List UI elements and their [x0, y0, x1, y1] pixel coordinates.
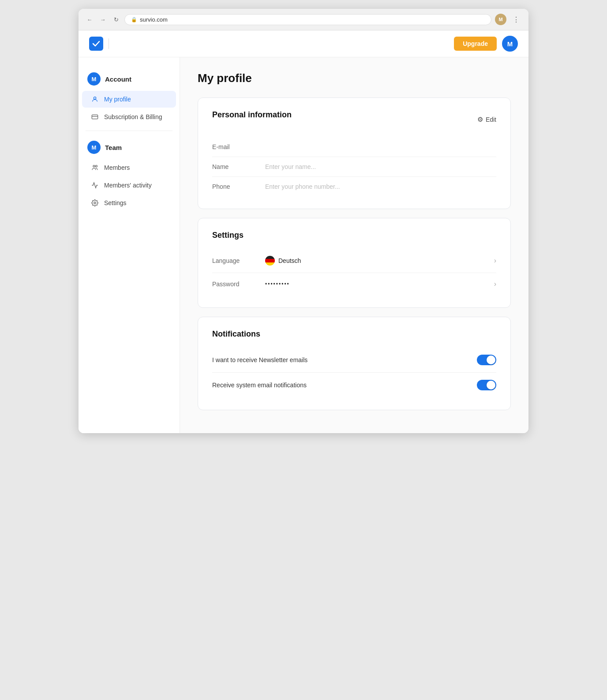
- browser-controls: ← → ↻ 🔒 survio.com M ⋮: [85, 13, 522, 26]
- svg-point-3: [93, 165, 95, 167]
- sidebar-item-settings[interactable]: Settings: [82, 195, 176, 211]
- back-button[interactable]: ←: [85, 15, 94, 24]
- svg-rect-1: [92, 115, 97, 119]
- phone-value: Enter your phone number...: [265, 183, 496, 190]
- lock-icon: 🔒: [131, 17, 137, 22]
- german-flag-icon: [265, 256, 275, 266]
- header-right: Upgrade M: [454, 36, 518, 52]
- reload-button[interactable]: ↻: [111, 15, 121, 24]
- newsletter-toggle[interactable]: [477, 355, 496, 365]
- personal-info-header: Personal information ⚙ Edit: [212, 110, 496, 128]
- browser-chrome: ← → ↻ 🔒 survio.com M ⋮: [79, 9, 528, 30]
- notifications-title: Notifications: [212, 329, 496, 339]
- members-activity-label: Members' activity: [104, 182, 152, 189]
- sidebar-account-header: M Account: [79, 68, 180, 90]
- settings-label: Settings: [104, 199, 127, 206]
- address-bar[interactable]: 🔒 survio.com: [124, 14, 491, 25]
- edit-label: Edit: [486, 116, 496, 123]
- password-label: Password: [212, 281, 265, 288]
- phone-row: Phone Enter your phone number...: [212, 177, 496, 196]
- system-notifications-row: Receive system email notifications: [212, 373, 496, 397]
- members-label: Members: [104, 164, 130, 171]
- system-notifications-label: Receive system email notifications: [212, 382, 307, 389]
- language-chevron-icon: ›: [494, 257, 496, 265]
- my-profile-label: My profile: [104, 96, 131, 103]
- app-body: M Account My profile: [79, 57, 528, 433]
- name-row: Name Enter your name...: [212, 157, 496, 177]
- system-notifications-toggle[interactable]: [477, 380, 496, 390]
- sidebar-item-subscription[interactable]: Subscription & Billing: [82, 109, 176, 125]
- system-toggle-knob: [487, 381, 495, 389]
- password-value: •••••••••: [265, 281, 494, 287]
- person-icon: [91, 95, 99, 103]
- billing-icon: [91, 113, 99, 121]
- password-dots: •••••••••: [265, 281, 290, 287]
- svg-point-4: [95, 165, 97, 167]
- personal-info-card: Personal information ⚙ Edit E-mail Name …: [198, 97, 511, 209]
- newsletter-label: I want to receive Newsletter emails: [212, 356, 307, 363]
- upgrade-button[interactable]: Upgrade: [454, 37, 497, 51]
- sidebar-item-members-activity[interactable]: Members' activity: [82, 177, 176, 194]
- logo-divider: [109, 38, 109, 49]
- email-label: E-mail: [212, 143, 265, 150]
- user-avatar[interactable]: M: [502, 36, 518, 52]
- notifications-card: Notifications I want to receive Newslett…: [198, 317, 511, 410]
- subscription-billing-label: Subscription & Billing: [104, 113, 162, 120]
- sidebar-team-section: M Team Members: [79, 136, 180, 211]
- personal-info-title: Personal information: [212, 110, 292, 120]
- main-content: My profile Personal information ⚙ Edit E…: [180, 57, 528, 433]
- phone-label: Phone: [212, 183, 265, 190]
- account-label: Account: [105, 75, 131, 83]
- svg-point-5: [94, 202, 96, 204]
- account-avatar: M: [87, 72, 101, 86]
- members-icon: [91, 164, 99, 172]
- svg-point-0: [94, 97, 96, 99]
- edit-button[interactable]: ⚙ Edit: [477, 116, 496, 124]
- language-value: Deutsch: [265, 256, 494, 266]
- password-row[interactable]: Password ••••••••• ›: [212, 273, 496, 295]
- app-header: Upgrade M: [79, 30, 528, 57]
- browser-window: ← → ↻ 🔒 survio.com M ⋮ Upgrade M: [79, 9, 528, 433]
- page-title: My profile: [198, 71, 511, 85]
- team-label: Team: [105, 144, 122, 151]
- name-value: Enter your name...: [265, 163, 496, 170]
- url-text: survio.com: [140, 16, 168, 23]
- activity-icon: [91, 181, 99, 189]
- name-label: Name: [212, 163, 265, 170]
- settings-card: Settings Language Deutsch › Password: [198, 218, 511, 308]
- sidebar-item-members[interactable]: Members: [82, 159, 176, 176]
- logo-icon: [89, 37, 103, 51]
- browser-user-avatar: M: [495, 14, 506, 25]
- newsletter-toggle-knob: [487, 356, 495, 364]
- sidebar: M Account My profile: [79, 57, 180, 433]
- sidebar-team-header: M Team: [79, 136, 180, 158]
- app-logo: [89, 37, 111, 51]
- language-label: Language: [212, 257, 265, 264]
- email-row: E-mail: [212, 137, 496, 157]
- password-chevron-icon: ›: [494, 280, 496, 288]
- edit-gear-icon: ⚙: [477, 116, 483, 124]
- team-avatar: M: [87, 141, 101, 154]
- sidebar-divider: [86, 131, 172, 131]
- sidebar-item-my-profile[interactable]: My profile: [82, 91, 176, 108]
- forward-button[interactable]: →: [98, 15, 108, 24]
- language-text: Deutsch: [278, 257, 301, 264]
- browser-menu-button[interactable]: ⋮: [510, 13, 522, 26]
- settings-icon: [91, 199, 99, 207]
- sidebar-account-section: M Account My profile: [79, 68, 180, 125]
- settings-title: Settings: [212, 231, 496, 240]
- newsletter-row: I want to receive Newsletter emails: [212, 348, 496, 373]
- language-row[interactable]: Language Deutsch ›: [212, 249, 496, 273]
